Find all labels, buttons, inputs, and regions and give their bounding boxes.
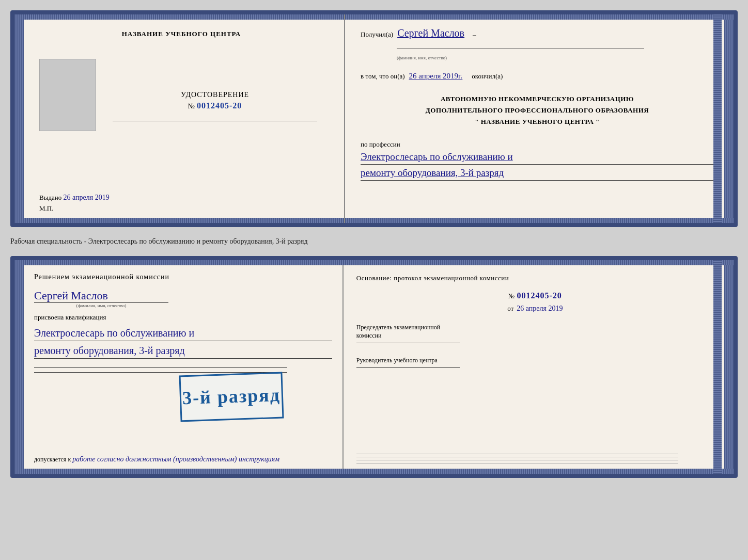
recipient-name: Сергей Маслов — [397, 27, 464, 39]
right-border-lines-2 — [713, 260, 722, 474]
cert2-kvalif-block: Электрослесарь по обслуживанию и ремонту… — [34, 324, 332, 360]
cert2-number: 0012405-20 — [517, 291, 562, 300]
stamp-text: 3-й разряд — [182, 384, 280, 410]
org-line2: ДОПОЛНИТЕЛЬНОГО ПРОФЕССИОНАЛЬНОГО ОБРАЗО… — [361, 105, 714, 116]
org-block: АВТОНОМНУЮ НЕКОММЕРЧЕСКУЮ ОРГАНИЗАЦИЮ ДО… — [361, 93, 714, 127]
number-prefix: № — [188, 102, 195, 110]
between-text: Рабочая специальность - Электрослесарь п… — [10, 235, 738, 248]
cert2-number-prefix: № — [508, 292, 515, 300]
cert2-director-sig-line — [356, 367, 460, 368]
cert-right-panel: Получил(а) Сергей Маслов – (фамилия, имя… — [345, 14, 724, 223]
cert2-right-panel: Основание: протокол экзаменационной коми… — [344, 260, 724, 474]
profession-line2: ремонту оборудования, 3-й разряд — [361, 167, 504, 178]
po-professii-label: по профессии — [361, 140, 714, 149]
fio-sublabel: (фамилия, имя, отчество) — [397, 55, 714, 60]
vtom-label: в том, что он(а) — [361, 72, 405, 81]
cert-vydano: Выдано 26 апреля 2019 — [34, 194, 110, 202]
cert-photo — [39, 59, 96, 131]
certificate-card-1: НАЗВАНИЕ УЧЕБНОГО ЦЕНТРА УДОСТОВЕРЕНИЕ №… — [10, 10, 738, 227]
cert-spine-right — [724, 14, 734, 223]
cert2-dopusk-block: допускается к работе согласно должностны… — [34, 455, 332, 463]
cert2-fio-block: Сергей Маслов (фамилия, имя, отчество) — [34, 289, 332, 308]
cert2-stamp: 3-й разряд — [179, 372, 284, 422]
cert-number: 0012405-20 — [197, 101, 242, 110]
cert-mp: М.П. — [34, 204, 53, 213]
cert-left-panel: НАЗВАНИЕ УЧЕБНОГО ЦЕНТРА УДОСТОВЕРЕНИЕ №… — [24, 14, 345, 223]
cert2-signatures: Председатель экзаменационной комиссии Ру… — [356, 323, 714, 368]
cert2-kvalif-line1: Электрослесарь по обслуживанию и — [34, 327, 194, 339]
vtom-date: 26 апреля 2019г. — [409, 72, 463, 81]
vydano-label: Выдано — [39, 194, 61, 201]
cert2-chairman-label: Председатель экзаменационной комиссии — [356, 323, 460, 341]
dopusk-label: допускается к — [34, 456, 71, 463]
page-wrapper: НАЗВАНИЕ УЧЕБНОГО ЦЕНТРА УДОСТОВЕРЕНИЕ №… — [10, 10, 738, 478]
cert2-sig-chairman: Председатель экзаменационной комиссии — [356, 323, 714, 344]
poluchil-label: Получил(а) — [361, 30, 393, 39]
udostoverenie-label: УДОСТОВЕРЕНИЕ — [181, 91, 249, 99]
cert2-chairman-sig-line — [356, 343, 460, 343]
cert2-title: Решением экзаменационной комиссии — [34, 273, 332, 281]
right-border-lines — [713, 14, 722, 223]
org-line3: " НАЗВАНИЕ УЧЕБНОГО ЦЕНТРА " — [361, 116, 714, 127]
cert2-number-block: № 0012405-20 — [356, 291, 714, 300]
profession-block: по профессии Электрослесарь по обслужива… — [361, 140, 714, 181]
cert2-right-title: Основание: протокол экзаменационной коми… — [356, 273, 714, 283]
org-line1: АВТОНОМНУЮ НЕКОММЕРЧЕСКУЮ ОРГАНИЗАЦИЮ — [361, 93, 714, 105]
cert2-fio-sublabel: (фамилия, имя, отчество) — [34, 303, 168, 308]
cert2-ot-date: 26 апреля 2019 — [517, 305, 563, 313]
cert2-spine-left — [14, 260, 24, 474]
cert-title: НАЗВАНИЕ УЧЕБНОГО ЦЕНТРА — [122, 30, 241, 38]
cert2-spine-right — [724, 260, 734, 474]
dopusk-value: работе согласно должностным (производств… — [72, 455, 279, 463]
cert-udostoverenie: УДОСТОВЕРЕНИЕ № 0012405-20 — [181, 91, 249, 110]
cert2-director-label: Руководитель учебного центра — [356, 356, 460, 365]
cert2-fio-name: Сергей Маслов — [34, 289, 332, 302]
cert-spine-left — [14, 14, 24, 223]
cert2-date-block: от 26 апреля 2019 — [356, 305, 714, 313]
cert2-kvalif-line2: ремонту оборудования, 3-й разряд — [34, 345, 185, 356]
cert2-sig-director: Руководитель учебного центра — [356, 356, 714, 368]
profession-line1: Электрослесарь по обслуживанию и — [361, 151, 513, 162]
cert2-left-panel: Решением экзаменационной комиссии Сергей… — [24, 260, 344, 474]
certificate-card-2: Решением экзаменационной комиссии Сергей… — [10, 256, 738, 478]
okonchil-label: окончил(а) — [472, 72, 503, 81]
dash-1: – — [473, 30, 476, 39]
vydano-date: 26 апреля 2019 — [64, 194, 110, 201]
cert2-prisvoena-label: присвоена квалификация — [34, 313, 332, 322]
cert2-ot-label: от — [507, 305, 513, 313]
